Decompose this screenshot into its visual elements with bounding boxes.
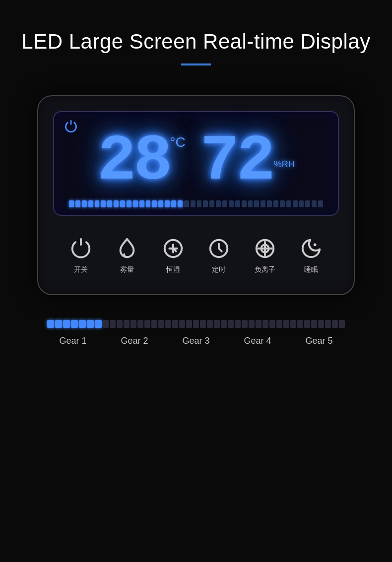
progress-segment-18 — [178, 200, 183, 207]
gear-segment-15 — [151, 320, 157, 328]
control-anion[interactable]: 负离子 — [252, 236, 278, 274]
progress-segment-6 — [101, 200, 106, 207]
progress-segment-31 — [261, 200, 265, 207]
progress-segment-38 — [305, 200, 310, 207]
progress-segment-34 — [280, 200, 285, 207]
progress-segment-5 — [95, 200, 100, 207]
gear-segment-3 — [63, 320, 70, 328]
gear-segment-14 — [144, 320, 150, 328]
controls-section: 开关 雾量 恒湿 — [53, 231, 339, 274]
control-sleep-label: 睡眠 — [304, 265, 318, 274]
celsius-unit: °C — [170, 134, 185, 150]
gear-segment-34 — [283, 320, 289, 328]
progress-segment-32 — [267, 200, 272, 207]
gear-segment-13 — [137, 320, 143, 328]
gear-segment-24 — [214, 320, 220, 328]
gear-section: Gear 1 Gear 2 Gear 3 Gear 4 Gear 5 — [37, 320, 355, 346]
screen-area: 28 °C 72 %RH — [53, 111, 339, 216]
control-anion-label: 负离子 — [255, 265, 275, 274]
gear-segment-19 — [179, 320, 185, 328]
gear-segment-38 — [311, 320, 317, 328]
display-area: 28 °C 72 %RH — [66, 122, 326, 196]
progress-segment-4 — [88, 200, 93, 207]
gear-segment-23 — [207, 320, 213, 328]
gear-segment-5 — [79, 320, 86, 328]
constant-humidity-icon — [160, 236, 186, 261]
gear-segment-17 — [165, 320, 171, 328]
gear-segment-42 — [339, 320, 345, 328]
progress-segment-2 — [75, 200, 80, 207]
gear-segment-20 — [186, 320, 192, 328]
progress-segment-1 — [69, 200, 74, 207]
progress-bar — [69, 200, 323, 207]
progress-segment-23 — [209, 200, 214, 207]
gear-segment-32 — [269, 320, 275, 328]
gear-segment-9 — [110, 320, 116, 328]
gear-label-4: Gear 4 — [238, 336, 277, 346]
progress-segment-14 — [152, 200, 157, 207]
gear-label-5: Gear 5 — [299, 336, 339, 346]
progress-segment-28 — [242, 200, 247, 207]
gear-segment-37 — [304, 320, 310, 328]
progress-segment-11 — [133, 200, 138, 207]
gear-segment-31 — [262, 320, 268, 328]
gear-segment-35 — [290, 320, 296, 328]
device-panel: 28 °C 72 %RH 开关 — [37, 95, 355, 295]
gear-segment-26 — [228, 320, 234, 328]
anion-icon — [252, 236, 278, 261]
gear-segment-6 — [87, 320, 94, 328]
progress-segment-22 — [203, 200, 208, 207]
progress-segment-39 — [312, 200, 317, 207]
progress-segment-37 — [299, 200, 304, 207]
gear-segment-36 — [297, 320, 303, 328]
control-timer[interactable]: 定时 — [206, 236, 232, 274]
gear-segment-7 — [95, 320, 102, 328]
gear-segment-29 — [249, 320, 255, 328]
gear-segment-22 — [200, 320, 206, 328]
control-constant-humidity-label: 恒湿 — [166, 265, 180, 274]
gear-label-3: Gear 3 — [176, 336, 216, 346]
humidity-display: 72 %RH — [200, 129, 295, 194]
progress-segment-15 — [158, 200, 163, 207]
progress-segment-36 — [293, 200, 298, 207]
progress-segment-24 — [216, 200, 221, 207]
gear-segment-8 — [103, 320, 109, 328]
progress-segment-10 — [127, 200, 131, 207]
gear-segment-39 — [318, 320, 324, 328]
page-title: LED Large Screen Real-time Display — [20, 30, 372, 54]
gear-segment-11 — [124, 320, 130, 328]
progress-segment-33 — [273, 200, 278, 207]
gear-segment-2 — [55, 320, 62, 328]
control-power[interactable]: 开关 — [68, 236, 94, 274]
gear-segment-21 — [193, 320, 199, 328]
control-mist-label: 雾量 — [120, 265, 134, 274]
progress-segment-13 — [146, 200, 151, 207]
progress-segment-7 — [107, 200, 112, 207]
mist-icon — [114, 236, 140, 261]
gear-segment-18 — [172, 320, 178, 328]
gear-labels: Gear 1 Gear 2 Gear 3 Gear 4 Gear 5 — [37, 336, 355, 346]
title-section: LED Large Screen Real-time Display — [0, 0, 392, 75]
control-sleep[interactable]: 睡眠 — [298, 236, 324, 274]
control-constant-humidity[interactable]: 恒湿 — [160, 236, 186, 274]
gear-segment-25 — [221, 320, 227, 328]
progress-segment-17 — [171, 200, 176, 207]
gear-label-2: Gear 2 — [115, 336, 154, 346]
power-icon — [68, 236, 94, 261]
gear-bar — [37, 320, 355, 328]
gear-segment-33 — [276, 320, 282, 328]
progress-segment-3 — [82, 200, 87, 207]
rh-unit: %RH — [274, 159, 295, 170]
temperature-display: 28 °C — [97, 129, 185, 194]
control-mist[interactable]: 雾量 — [114, 236, 140, 274]
gear-segment-28 — [242, 320, 248, 328]
progress-segment-35 — [286, 200, 291, 207]
progress-segment-29 — [248, 200, 253, 207]
gear-segment-16 — [158, 320, 164, 328]
progress-segment-19 — [184, 200, 189, 207]
progress-segment-9 — [120, 200, 125, 207]
progress-segment-26 — [229, 200, 234, 207]
control-timer-label: 定时 — [212, 265, 226, 274]
gear-segment-4 — [71, 320, 78, 328]
gear-segment-1 — [47, 320, 54, 328]
